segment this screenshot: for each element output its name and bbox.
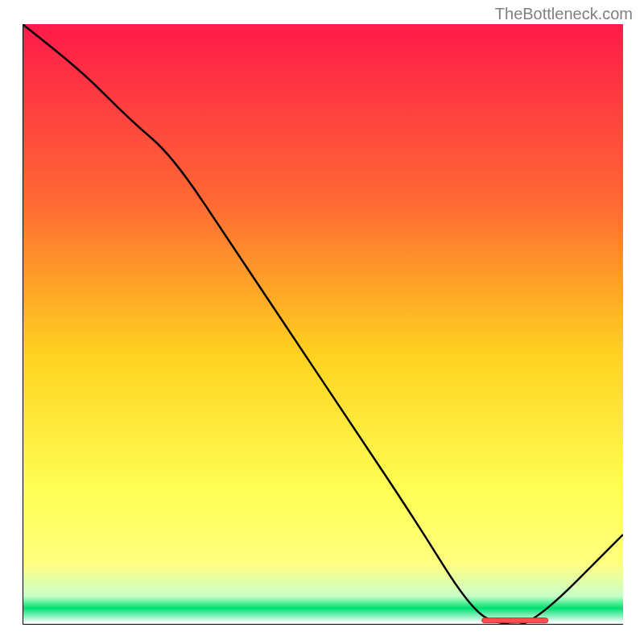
chart-plot	[23, 24, 623, 625]
watermark-text: TheBottleneck.com	[495, 5, 633, 23]
optimal-marker	[482, 618, 548, 623]
chart-container: TheBottleneck.com	[0, 0, 644, 644]
gradient-background	[23, 24, 623, 623]
